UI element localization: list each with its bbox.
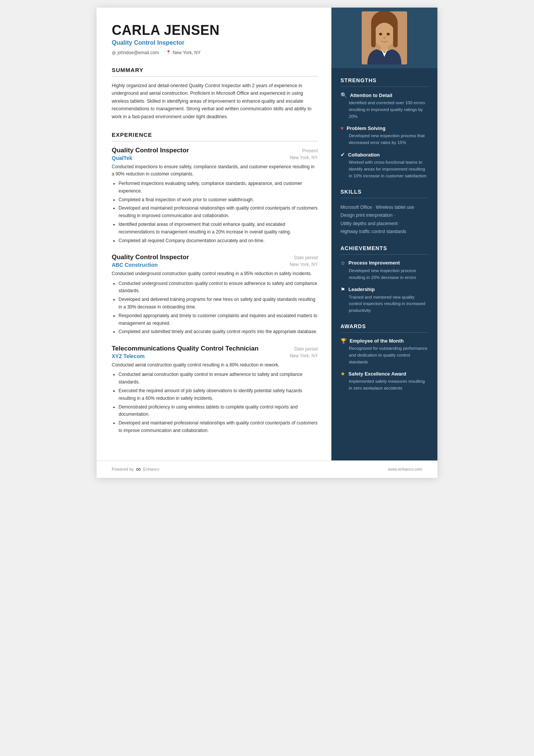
skill-1: Microsoft Office (340, 205, 372, 210)
awards-section: AWARDS 🏆 Employee of the Month Recognize… (340, 323, 428, 392)
job-2-location-row: ABC Construction New York, NY (112, 262, 318, 270)
svg-rect-5 (393, 27, 398, 47)
list-item: Performed inspections evaluating safety,… (119, 180, 318, 195)
job-2-header: Quality Control Inspector Date period (112, 254, 318, 261)
star-outline-icon: ☆ (340, 260, 345, 266)
list-item: Executed the required amount of job safe… (119, 387, 318, 402)
summary-title: SUMMARY (112, 67, 318, 73)
strength-3-title: Collaboration (348, 152, 380, 158)
skills-section: SKILLS Microsoft Office · Wireless table… (340, 189, 428, 236)
job-3-date: Date period (294, 346, 318, 352)
job-3-location-row: XYZ Telecom New York, NY (112, 353, 318, 362)
strength-3-row: ✔ Collaboration (340, 152, 428, 158)
strength-2: ♥ Problem Solving Developed new inspecti… (340, 125, 428, 146)
list-item: Conducted aerial construction quality co… (119, 371, 318, 386)
strength-2-desc: Developed new inspection process that de… (340, 133, 428, 146)
star-filled-icon: ★ (340, 371, 345, 377)
job-1-header: Quality Control Inspector Present (112, 147, 318, 154)
skill-5: Highway traffic control standards (340, 229, 406, 234)
achievement-1: ☆ Process Improvement Developed new insp… (340, 260, 428, 281)
email-icon: @ (112, 50, 116, 55)
job-1-date: Present (302, 148, 318, 153)
strength-2-row: ♥ Problem Solving (340, 125, 428, 131)
award-1-row: 🏆 Employee of the Month (340, 338, 428, 344)
job-2-location: New York, NY (290, 262, 318, 267)
contact-row: @ johndoe@email.com 📍 New York, NY (112, 50, 318, 55)
strength-1: 🔍 Attention to Detail Identified and cor… (340, 92, 428, 120)
achievements-title: ACHIEVEMENTS (340, 245, 428, 251)
list-item: Completed and submitted timely and accur… (119, 328, 318, 336)
summary-text: Highly organized and detail-oriented Qua… (112, 82, 318, 121)
location-text: New York, NY (173, 50, 201, 55)
profile-photo (362, 11, 407, 64)
awards-title: AWARDS (340, 323, 428, 329)
candidate-title: Quality Control Inspector (112, 39, 318, 46)
svg-rect-4 (371, 27, 376, 47)
photo-container (331, 8, 437, 68)
email-text: johndoe@email.com (117, 50, 159, 55)
job-2: Quality Control Inspector Date period AB… (112, 254, 318, 336)
awards-divider (340, 332, 428, 333)
experience-section: EXPERIENCE Quality Control Inspector Pre… (112, 131, 318, 435)
experience-divider (112, 141, 318, 141)
infinity-icon: ∞ (136, 465, 141, 473)
job-3: Telecommunications Quality Control Techn… (112, 345, 318, 435)
list-item: Developed and delivered training program… (119, 296, 318, 311)
resume-container: CARLA JENSEN Quality Control Inspector @… (97, 8, 437, 478)
list-item: Demonstrated proficiency in using wirele… (119, 404, 318, 419)
skill-dot-2: · (415, 205, 417, 210)
skill-3: Design print interpretation (340, 213, 392, 218)
summary-section: SUMMARY Highly organized and detail-orie… (112, 67, 318, 121)
achievement-1-row: ☆ Process Improvement (340, 260, 428, 266)
job-1: Quality Control Inspector Present QualTe… (112, 147, 318, 245)
job-2-bullets: Conducted underground construction quali… (112, 280, 318, 336)
strengths-section: STRENGTHS 🔍 Attention to Detail Identifi… (340, 77, 428, 180)
footer: Powered by ∞ Enhancv www.enhancv.com (97, 460, 437, 478)
award-1: 🏆 Employee of the Month Recognized for o… (340, 338, 428, 365)
job-1-bullets: Performed inspections evaluating safety,… (112, 180, 318, 244)
job-3-header: Telecommunications Quality Control Techn… (112, 345, 318, 352)
list-item: Completed all required Company documenta… (119, 237, 318, 245)
right-column: STRENGTHS 🔍 Attention to Detail Identifi… (331, 8, 437, 460)
strength-3-desc: Worked with cross-functional teams to id… (340, 159, 428, 179)
skill-2: Wireless tablet use (376, 205, 414, 210)
award-2-row: ★ Safety Excellence Award (340, 371, 428, 377)
skill-dot-3: · (394, 213, 395, 218)
skills-text: Microsoft Office · Wireless tablet use ·… (340, 203, 428, 236)
footer-brand: Powered by ∞ Enhancv (112, 465, 159, 473)
achievements-section: ACHIEVEMENTS ☆ Process Improvement Devel… (340, 245, 428, 314)
achievement-1-desc: Developed new inspection process resulti… (340, 268, 428, 281)
achievement-2-row: ⚑ Leadership (340, 286, 428, 293)
svg-point-8 (383, 37, 386, 39)
achievements-divider (340, 254, 428, 255)
list-item: Developed and maintained professional re… (119, 419, 318, 435)
list-item: Conducted underground construction quali… (119, 280, 318, 295)
skills-divider (340, 198, 428, 198)
candidate-name: CARLA JENSEN (112, 23, 318, 38)
svg-point-3 (374, 23, 395, 47)
header-section: CARLA JENSEN Quality Control Inspector @… (112, 23, 318, 55)
strengths-divider (340, 86, 428, 87)
skill-4: Utility depths and placement (340, 221, 398, 226)
skills-title: SKILLS (340, 189, 428, 195)
heart-icon: ♥ (340, 125, 344, 131)
brand-name: Enhancv (143, 467, 159, 471)
list-item: Completed a final inspection of work pri… (119, 196, 318, 204)
job-3-company: XYZ Telecom (112, 353, 145, 361)
award-2-title: Safety Excellence Award (348, 371, 406, 377)
list-item: Identified potential areas of improvemen… (119, 221, 318, 236)
svg-point-6 (379, 33, 382, 36)
flag-icon: ⚑ (340, 286, 345, 293)
strength-2-title: Problem Solving (347, 125, 386, 131)
job-2-desc: Conducted underground construction quali… (112, 270, 318, 277)
location-icon: 📍 (166, 50, 171, 55)
job-3-desc: Conducted aerial construction quality co… (112, 362, 318, 369)
summary-divider (112, 76, 318, 77)
award-1-desc: Recognized for outstanding performance a… (340, 345, 428, 365)
job-2-date: Date period (294, 255, 318, 260)
achievement-2: ⚑ Leadership Trained and mentored new qu… (340, 286, 428, 314)
trophy-icon: 🏆 (340, 338, 347, 344)
job-1-location: New York, NY (290, 155, 318, 160)
check-icon: ✔ (340, 152, 345, 158)
job-1-company: QualTek (112, 155, 132, 163)
